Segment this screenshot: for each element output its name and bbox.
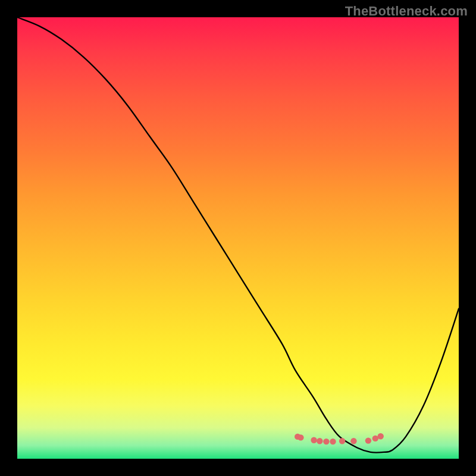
marker-dot: [323, 439, 329, 444]
chart-canvas: TheBottleneck.com: [0, 0, 476, 476]
marker-dot: [339, 438, 345, 444]
bottleneck-curve: [17, 17, 459, 453]
marker-dot: [378, 433, 384, 439]
plot-area: [17, 17, 459, 459]
marker-dot: [317, 438, 322, 444]
marker-dot: [330, 439, 336, 444]
marker-dot: [350, 438, 356, 444]
marker-dot: [365, 437, 371, 443]
marker-dot: [372, 436, 378, 441]
marker-dots: [295, 433, 384, 444]
marker-dot: [311, 437, 317, 443]
curve-layer: [17, 17, 459, 459]
marker-dot: [298, 434, 303, 440]
